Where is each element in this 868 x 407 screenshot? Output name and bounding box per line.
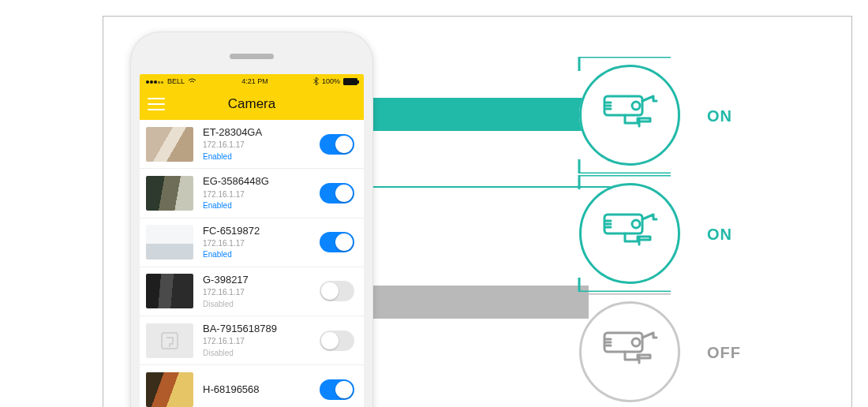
camera-ip: 172.16.1.17 (203, 239, 320, 249)
camera-badge-2 (579, 183, 680, 284)
camera-ip: 172.16.1.17 (203, 140, 320, 151)
camera-list[interactable]: ET-28304GA 172.16.1.17 Enabled EG-358644… (140, 120, 364, 407)
camera-ip: 172.16.1.17 (203, 288, 320, 298)
camera-thumbnail[interactable] (146, 274, 193, 308)
camera-thumbnail[interactable] (146, 372, 193, 407)
camera-thumbnail[interactable] (146, 127, 193, 162)
camera-thumbnail[interactable] (146, 225, 193, 260)
camera-thumbnail[interactable] (146, 323, 193, 358)
bluetooth-icon (313, 77, 319, 85)
signal-icon (146, 77, 164, 85)
badge-circle (579, 65, 680, 166)
battery-pct: 100% (322, 77, 340, 85)
camera-toggle[interactable] (320, 379, 354, 400)
wifi-icon (188, 78, 196, 84)
phone-device: BELL 4:21 PM 100% Camera ET-28304GA 172.… (130, 32, 373, 407)
page-title: Camera (228, 96, 275, 112)
camera-row[interactable]: H-68196568 (140, 365, 364, 407)
camera-name: G-398217 (203, 274, 320, 286)
camera-row[interactable]: ET-28304GA 172.16.1.17 Enabled (140, 120, 364, 169)
camera-name: FC-6519872 (203, 225, 320, 237)
camera-state: Enabled (203, 201, 320, 211)
camera-state: Enabled (203, 152, 320, 162)
camera-row[interactable]: G-398217 172.16.1.17 Disabled (140, 267, 364, 316)
connector-bar-1 (366, 98, 589, 131)
camera-state: Enabled (203, 250, 320, 260)
battery-icon (343, 78, 357, 85)
status-bar: BELL 4:21 PM 100% (140, 74, 364, 88)
camera-name: BA-7915618789 (203, 323, 320, 335)
camera-toggle[interactable] (320, 232, 354, 252)
badge-circle (579, 301, 680, 402)
phone-screen: BELL 4:21 PM 100% Camera ET-28304GA 172.… (140, 74, 364, 407)
clock-label: 4:21 PM (241, 77, 268, 85)
placeholder-icon (159, 330, 180, 351)
nav-bar: Camera (140, 88, 364, 120)
badge-label-1: ON (707, 107, 732, 125)
camera-ip: 172.16.1.17 (203, 190, 320, 200)
carrier-label: BELL (167, 77, 185, 85)
camera-thumbnail[interactable] (146, 176, 193, 211)
connector-bar-3 (366, 286, 589, 319)
camera-row[interactable]: BA-7915618789 172.16.1.17 Disabled (140, 316, 364, 365)
badge-circle (579, 183, 680, 284)
camera-row[interactable]: FC-6519872 172.16.1.17 Enabled (140, 218, 364, 267)
badge-label-3: OFF (707, 344, 741, 362)
camera-name: EG-3586448G (203, 175, 320, 188)
menu-button[interactable] (148, 98, 165, 110)
camera-state: Disabled (203, 349, 320, 359)
camera-toggle[interactable] (320, 183, 354, 204)
camera-name: ET-28304GA (203, 126, 320, 139)
camera-badge-1 (579, 65, 680, 166)
camera-toggle[interactable] (320, 134, 354, 155)
camera-toggle[interactable] (320, 281, 354, 301)
camera-name: H-68196568 (203, 383, 320, 396)
camera-row[interactable]: EG-3586448G 172.16.1.17 Enabled (140, 169, 364, 218)
camera-ip: 172.16.1.17 (203, 337, 320, 347)
camera-toggle[interactable] (320, 330, 354, 351)
camera-badge-3 (579, 301, 680, 402)
phone-speaker (230, 54, 274, 59)
camera-state: Disabled (203, 300, 320, 310)
badge-label-2: ON (707, 226, 732, 244)
